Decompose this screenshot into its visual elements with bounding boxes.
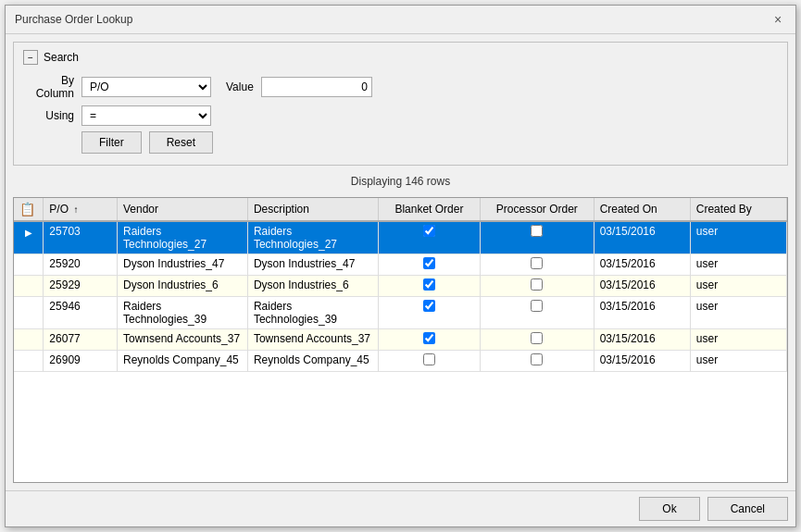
processor-order-checkbox[interactable] (531, 257, 543, 269)
row-created-on: 03/15/2016 (594, 297, 690, 329)
row-arrow-cell (14, 329, 44, 351)
row-arrow-cell: ▶ (14, 221, 44, 254)
using-select[interactable]: = != < > <= >= contains (81, 105, 211, 126)
row-created-by: user (690, 329, 786, 351)
row-po: 26077 (44, 329, 118, 351)
row-vendor: Dyson Industries_6 (118, 276, 248, 297)
processor-order-checkbox[interactable] (531, 332, 543, 344)
collapse-button[interactable]: − (23, 50, 38, 65)
header-blanket-order[interactable]: Blanket Order (378, 198, 480, 221)
row-description: Dyson Industries_47 (247, 254, 378, 276)
row-vendor: Raiders Technologies_39 (118, 297, 248, 329)
row-vendor: Townsend Accounts_37 (118, 329, 248, 351)
row-vendor: Reynolds Company_45 (118, 351, 248, 372)
dialog-title: Purchase Order Lookup (15, 13, 132, 26)
row-created-by: user (690, 221, 786, 254)
using-label: Using (23, 109, 74, 122)
table-row[interactable]: 25929Dyson Industries_6Dyson Industries_… (14, 276, 787, 297)
row-created-on: 03/15/2016 (594, 351, 690, 372)
row-vendor: Dyson Industries_47 (118, 254, 248, 276)
header-po[interactable]: P/O ↑ (44, 198, 118, 221)
using-row: Using = != < > <= >= contains (23, 105, 778, 126)
row-created-on: 03/15/2016 (594, 254, 690, 276)
row-po: 26909 (44, 351, 118, 372)
row-arrow-icon: ▶ (25, 228, 32, 238)
blanket-order-checkbox[interactable] (423, 332, 435, 344)
row-description: Reynolds Company_45 (247, 351, 378, 372)
display-info: Displaying 146 rows (13, 171, 788, 192)
row-po: 25920 (44, 254, 118, 276)
blanket-order-checkbox[interactable] (423, 278, 435, 291)
header-icon-col: 📋 (14, 198, 44, 221)
row-arrow-cell (14, 276, 44, 297)
row-blanket-order (378, 254, 480, 276)
search-panel: − Search By Column P/O Vendor Descriptio… (13, 42, 788, 166)
value-input[interactable] (261, 77, 372, 97)
header-description[interactable]: Description (247, 198, 378, 221)
row-description: Dyson Industries_6 (247, 276, 378, 297)
row-blanket-order (378, 297, 480, 329)
row-created-on: 03/15/2016 (594, 329, 690, 351)
row-arrow-cell (14, 351, 44, 372)
blanket-order-checkbox[interactable] (423, 257, 435, 269)
dialog-body: − Search By Column P/O Vendor Descriptio… (6, 34, 795, 490)
row-created-on: 03/15/2016 (594, 276, 690, 297)
processor-order-checkbox[interactable] (531, 300, 543, 312)
header-created-by[interactable]: Created By (690, 198, 786, 221)
row-processor-order (481, 297, 594, 329)
row-processor-order (481, 276, 594, 297)
row-arrow-cell (14, 297, 44, 329)
table-header-row: 📋 P/O ↑ Vendor Description Blanket Order… (14, 198, 787, 221)
row-created-by: user (690, 351, 786, 372)
row-vendor: Raiders Technologies_27 (118, 221, 248, 254)
row-blanket-order (378, 351, 480, 372)
table-row[interactable]: 25946Raiders Technologies_39Raiders Tech… (14, 297, 787, 329)
processor-order-checkbox[interactable] (531, 225, 543, 237)
table-row[interactable]: ▶25703Raiders Technologies_27Raiders Tec… (14, 221, 787, 254)
row-po: 25929 (44, 276, 118, 297)
row-processor-order (481, 329, 594, 351)
cancel-button[interactable]: Cancel (707, 497, 788, 521)
filter-buttons-row: Filter Reset (81, 131, 778, 154)
dialog-footer: Ok Cancel (6, 490, 795, 526)
table-row[interactable]: 26077Townsend Accounts_37Townsend Accoun… (14, 329, 787, 351)
row-created-by: user (690, 254, 786, 276)
sort-indicator-po: ↑ (73, 204, 78, 215)
reset-button[interactable]: Reset (149, 131, 213, 154)
header-processor-order[interactable]: Processor Order (481, 198, 594, 221)
row-po: 25703 (44, 221, 118, 254)
row-description: Townsend Accounts_37 (247, 329, 378, 351)
by-column-row: By Column P/O Vendor Description Blanket… (23, 74, 778, 100)
processor-order-checkbox[interactable] (531, 278, 543, 291)
by-column-select[interactable]: P/O Vendor Description Blanket Order Pro… (81, 77, 211, 97)
row-created-by: user (690, 297, 786, 329)
table-body: ▶25703Raiders Technologies_27Raiders Tec… (14, 221, 787, 372)
row-arrow-cell (14, 254, 44, 276)
processor-order-checkbox[interactable] (531, 353, 543, 365)
data-table-container[interactable]: 📋 P/O ↑ Vendor Description Blanket Order… (13, 197, 788, 483)
row-blanket-order (378, 329, 480, 351)
title-bar: Purchase Order Lookup × (6, 6, 795, 34)
blanket-order-checkbox[interactable] (423, 300, 435, 312)
data-table: 📋 P/O ↑ Vendor Description Blanket Order… (14, 198, 787, 372)
purchase-order-lookup-dialog: Purchase Order Lookup × − Search By Colu… (5, 5, 796, 527)
ok-button[interactable]: Ok (639, 497, 699, 521)
row-po: 25946 (44, 297, 118, 329)
search-panel-header: − Search (23, 50, 778, 65)
table-row[interactable]: 26909Reynolds Company_45Reynolds Company… (14, 351, 787, 372)
value-label: Value (226, 80, 254, 93)
blanket-order-checkbox[interactable] (423, 353, 435, 365)
search-section-label: Search (44, 51, 79, 64)
header-vendor[interactable]: Vendor (118, 198, 248, 221)
row-processor-order (481, 351, 594, 372)
row-description: Raiders Technologies_27 (247, 221, 378, 254)
row-created-by: user (690, 276, 786, 297)
filter-button[interactable]: Filter (81, 131, 142, 154)
row-processor-order (481, 254, 594, 276)
row-created-on: 03/15/2016 (594, 221, 690, 254)
table-row[interactable]: 25920Dyson Industries_47Dyson Industries… (14, 254, 787, 276)
header-created-on[interactable]: Created On (594, 198, 690, 221)
blanket-order-checkbox[interactable] (423, 225, 435, 237)
close-button[interactable]: × (770, 11, 786, 28)
by-column-label: By Column (23, 74, 74, 100)
